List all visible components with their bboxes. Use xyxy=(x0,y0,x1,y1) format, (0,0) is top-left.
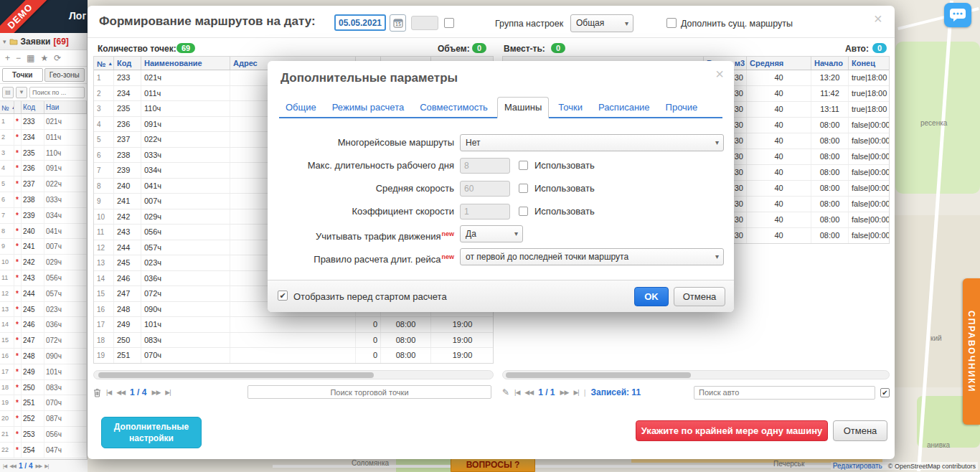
time-input[interactable] xyxy=(411,16,438,30)
list-item[interactable]: 21*253056ч xyxy=(0,427,87,443)
calendar-button[interactable]: 15 xyxy=(390,14,406,32)
layout-icon[interactable]: ▤ xyxy=(2,87,14,98)
sidebar-tab-Гео-зоны[interactable]: Гео-зоны xyxy=(44,68,85,82)
table-row[interactable]: 17249101ч008:0019:00 xyxy=(94,317,493,333)
points-column-header[interactable]: Наименование xyxy=(141,57,230,70)
max-day-use-checkbox[interactable] xyxy=(519,161,528,170)
trash-icon[interactable] xyxy=(93,388,101,397)
tab-Общие[interactable]: Общие xyxy=(279,98,323,117)
autos-column-header[interactable]: Средняя xyxy=(747,57,811,70)
multi-trip-select[interactable]: Нет ▾ xyxy=(460,134,724,151)
list-item[interactable]: 22*254047ч xyxy=(0,443,87,458)
directories-tab[interactable]: СПРАВОЧНИКИ xyxy=(963,278,980,425)
tab-Режимы расчета[interactable]: Режимы расчета xyxy=(326,98,410,117)
toolbar-icon-4[interactable]: ⟳ xyxy=(54,53,61,63)
list-item[interactable]: 18*250083ч xyxy=(0,380,87,396)
points-search-input[interactable] xyxy=(248,385,491,399)
pager-first-icon[interactable]: |◀ xyxy=(514,389,519,396)
tab-Совместимость[interactable]: Совместимость xyxy=(413,98,494,117)
sidebar-column-header[interactable]: Наи xyxy=(44,101,87,113)
points-column-header[interactable]: №▲ xyxy=(94,57,114,70)
pager-last-icon[interactable]: ▶| xyxy=(44,463,48,469)
list-item[interactable]: 5*237022ч xyxy=(0,176,87,192)
tab-Машины[interactable]: Машины xyxy=(497,97,549,118)
pager-next-icon[interactable]: ▶▶ xyxy=(560,389,569,396)
date-input[interactable] xyxy=(334,14,386,31)
list-item[interactable]: 6*238033ч xyxy=(0,192,87,208)
list-item[interactable]: 12*244057ч xyxy=(0,286,87,302)
close-icon[interactable]: × xyxy=(715,68,724,80)
pager-last-icon[interactable]: ▶| xyxy=(573,389,578,396)
autos-scrollbar[interactable] xyxy=(502,370,890,379)
list-item[interactable]: 2*234011ч xyxy=(0,130,87,146)
time-checkbox[interactable] xyxy=(444,18,454,28)
list-item[interactable]: 1*233021ч xyxy=(0,114,87,130)
toolbar-icon-3[interactable]: ★ xyxy=(40,53,48,63)
list-item[interactable]: 14*246036ч xyxy=(0,317,87,333)
pager-next-icon[interactable]: ▶▶ xyxy=(151,389,160,396)
tab-Прочие[interactable]: Прочие xyxy=(659,98,705,117)
list-item[interactable]: 3*235110ч xyxy=(0,146,87,161)
questions-button[interactable]: ВОПРОСЫ ? xyxy=(451,457,535,472)
scrollbar-thumb[interactable] xyxy=(98,372,374,378)
sidebar-column-header[interactable]: №▲ xyxy=(0,101,14,113)
list-item[interactable]: 10*242029ч xyxy=(0,255,87,270)
filter-icon[interactable]: ▼ xyxy=(16,87,27,98)
pencil-icon[interactable]: ✎ xyxy=(502,387,509,397)
pager-first-icon[interactable]: |◀ xyxy=(3,463,6,469)
list-item[interactable]: 20*252087ч xyxy=(0,411,87,427)
table-row[interactable]: 19251070ч008:0019:00 xyxy=(94,348,493,364)
speed-coef-use-checkbox[interactable] xyxy=(519,207,528,216)
autos-search-input[interactable] xyxy=(694,386,875,400)
points-scrollbar[interactable] xyxy=(93,370,494,379)
pager-last-icon[interactable]: ▶| xyxy=(165,389,170,396)
tab-Точки[interactable]: Точки xyxy=(552,98,589,117)
pager-next-icon[interactable]: ▶▶ xyxy=(35,463,42,469)
settings-group-select[interactable]: Общая ▾ xyxy=(570,14,633,32)
toolbar-icon-0[interactable]: + xyxy=(5,53,10,63)
speed-coef-input[interactable] xyxy=(460,204,510,220)
points-column-header[interactable]: Код xyxy=(114,57,141,70)
pager-first-icon[interactable]: |◀ xyxy=(106,389,111,396)
list-item[interactable]: 15*247072ч xyxy=(0,333,87,349)
tab-Расписание[interactable]: Расписание xyxy=(592,98,656,117)
sidebar-tab-Точки[interactable]: Точки xyxy=(2,68,43,82)
trip-rule-select[interactable]: от первой до последней точки маршрута ▾ xyxy=(460,248,724,265)
list-item[interactable]: 17*249101ч xyxy=(0,364,87,380)
traffic-select[interactable]: Да ▾ xyxy=(460,225,523,242)
toolbar-icon-1[interactable]: − xyxy=(16,53,21,63)
pager-prev-icon[interactable]: ◀◀ xyxy=(9,463,16,469)
avg-speed-input[interactable] xyxy=(460,181,510,197)
append-routes-checkbox[interactable] xyxy=(666,18,677,28)
additional-settings-button[interactable]: Дополнительные настройки xyxy=(101,417,202,448)
chevron-down-icon[interactable]: ▾ xyxy=(3,38,6,45)
sidebar-column-header[interactable] xyxy=(14,101,22,113)
sidebar-search-input[interactable] xyxy=(29,87,85,98)
show-before-start-checkbox[interactable]: ✔ xyxy=(278,291,288,301)
pager-prev-icon[interactable]: ◀◀ xyxy=(524,389,533,396)
edit-link[interactable]: Редактировать xyxy=(833,462,882,470)
pager-prev-icon[interactable]: ◀◀ xyxy=(116,389,125,396)
list-item[interactable]: 4*236091ч xyxy=(0,161,87,176)
warning-button[interactable]: Укажите по крайней мере одну машину xyxy=(636,420,828,441)
list-item[interactable]: 7*239034ч xyxy=(0,208,87,224)
toolbar-icon-2[interactable]: ▦ xyxy=(27,53,34,63)
table-row[interactable]: 18250083ч008:0019:00 xyxy=(94,333,493,349)
dialog-cancel-button[interactable]: Отмена xyxy=(833,420,887,441)
list-item[interactable]: 8*240041ч xyxy=(0,224,87,240)
list-item[interactable]: 16*248090ч xyxy=(0,349,87,364)
avg-speed-use-checkbox[interactable] xyxy=(519,184,528,193)
list-item[interactable]: 9*241007ч xyxy=(0,239,87,255)
ok-button[interactable]: OK xyxy=(634,287,669,306)
scrollbar-thumb[interactable] xyxy=(506,372,691,378)
autos-column-header[interactable]: Конец xyxy=(849,57,890,70)
sidebar-column-header[interactable]: Код xyxy=(22,101,44,113)
list-item[interactable]: 11*243056ч xyxy=(0,270,87,286)
chat-icon[interactable] xyxy=(944,3,971,27)
list-item[interactable]: 19*251070ч xyxy=(0,395,87,411)
select-all-checkbox[interactable]: ✔ xyxy=(880,388,890,397)
list-item[interactable]: 13*245023ч xyxy=(0,302,87,318)
close-icon[interactable]: × xyxy=(874,13,882,24)
autos-column-header[interactable]: Начало xyxy=(811,57,849,70)
max-day-input[interactable] xyxy=(460,158,510,174)
